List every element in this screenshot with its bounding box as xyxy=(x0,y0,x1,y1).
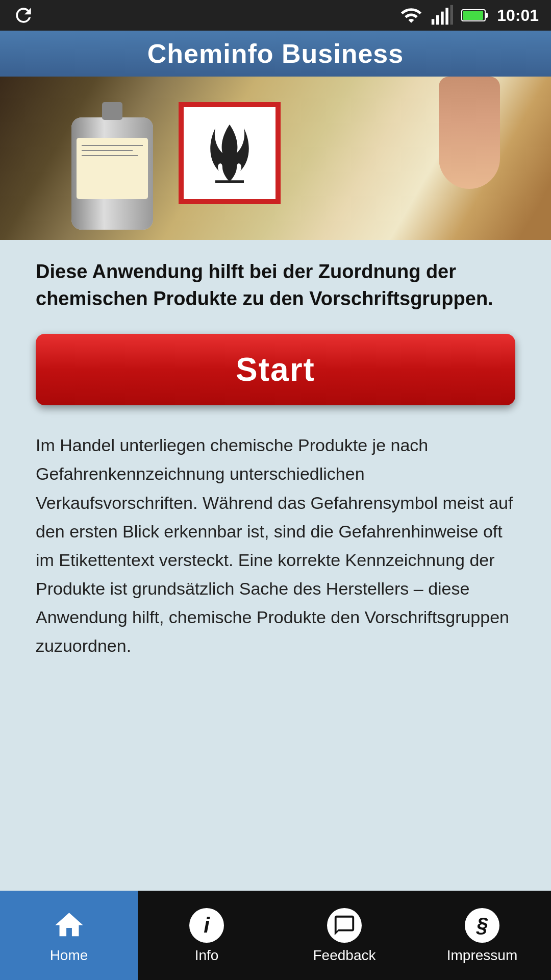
nav-label-home: Home xyxy=(50,947,88,964)
flame-icon xyxy=(194,117,265,189)
body-text: Im Handel unterliegen chemische Produkte… xyxy=(36,431,515,660)
svg-rect-6 xyxy=(485,13,488,18)
start-button[interactable]: Start xyxy=(36,334,515,405)
svg-rect-4 xyxy=(450,5,454,25)
bottom-nav: Home i Info Feedback § Impressum xyxy=(0,891,551,980)
status-bar-right: 10:01 xyxy=(400,4,539,27)
nav-label-info: Info xyxy=(195,947,219,964)
status-bar-left xyxy=(12,4,35,27)
status-time: 10:01 xyxy=(497,6,539,25)
nav-item-feedback[interactable]: Feedback xyxy=(276,891,413,980)
spray-can-illustration xyxy=(31,87,194,240)
svg-rect-7 xyxy=(463,11,483,20)
flammable-hazard-symbol xyxy=(179,102,281,204)
intro-text: Diese Anwendung hilft bei der Zuordnung … xyxy=(36,258,515,312)
svg-rect-14 xyxy=(102,102,122,120)
info-circle-icon: i xyxy=(189,908,224,943)
nav-label-feedback: Feedback xyxy=(313,947,376,964)
wifi-icon xyxy=(400,4,422,27)
svg-rect-0 xyxy=(432,19,435,24)
svg-rect-10 xyxy=(77,138,148,199)
nav-item-info[interactable]: i Info xyxy=(138,891,276,980)
nav-item-home[interactable]: Home xyxy=(0,891,138,980)
hero-image-inner xyxy=(0,77,551,240)
chat-bubble-icon xyxy=(327,908,362,943)
app-title: Cheminfo Business xyxy=(147,38,404,69)
feedback-icon xyxy=(327,908,362,943)
nav-label-impressum: Impressum xyxy=(447,947,517,964)
svg-rect-1 xyxy=(436,15,439,24)
signal-icon xyxy=(431,4,453,27)
main-content: Diese Anwendung hilft bei der Zuordnung … xyxy=(0,240,551,891)
nav-item-impressum[interactable]: § Impressum xyxy=(413,891,551,980)
battery-icon xyxy=(461,8,489,23)
status-bar: 10:01 xyxy=(0,0,551,31)
refresh-icon xyxy=(12,4,35,27)
svg-rect-2 xyxy=(441,12,444,25)
hand-illustration xyxy=(439,77,500,189)
home-icon xyxy=(51,908,87,943)
app-header: Cheminfo Business xyxy=(0,31,551,77)
hero-image xyxy=(0,77,551,240)
info-icon: i xyxy=(189,908,224,943)
impressum-s-icon: § xyxy=(465,908,499,943)
impressum-icon: § xyxy=(464,908,500,943)
svg-rect-3 xyxy=(445,8,448,24)
